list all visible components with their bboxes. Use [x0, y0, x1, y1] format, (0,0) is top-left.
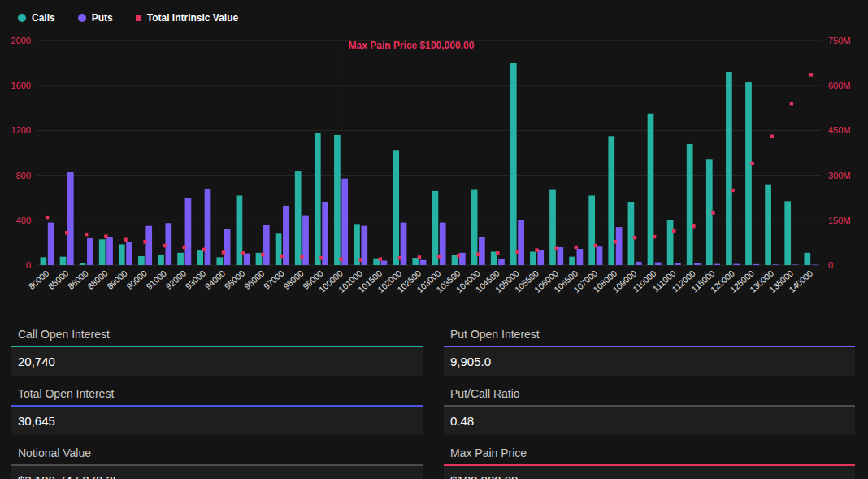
stat-total-open-interest: Total Open Interest30,645: [11, 381, 423, 435]
calls-legend-dot-icon: [18, 14, 26, 22]
puts-bar: [773, 264, 779, 265]
intrinsic-dot: [300, 255, 303, 259]
x-axis-label: 93000: [183, 268, 207, 291]
calls-bar: [216, 257, 223, 265]
intrinsic-dot: [280, 255, 284, 258]
x-axis-label: 95000: [223, 268, 247, 291]
calls-bar: [510, 63, 517, 265]
intrinsic-dot: [124, 238, 127, 242]
calls-bar: [530, 251, 536, 265]
max-pain-chart[interactable]: 04008001200160020000150M300M450M600M750M…: [0, 29, 868, 316]
intrinsic-dot: [535, 248, 538, 251]
puts-bar: [655, 263, 662, 265]
x-axis-label: 90000: [124, 268, 149, 291]
stat-value-call-open-interest: 20,740: [11, 347, 423, 376]
calls-bar: [315, 133, 321, 265]
intrinsic-dot: [711, 211, 714, 214]
stats-grid: Call Open Interest20,740Put Open Interes…: [0, 316, 868, 479]
intrinsic-dot: [143, 240, 146, 243]
intrinsic-legend-square-icon: [136, 15, 141, 21]
y-axis-left-tick: 1600: [11, 81, 31, 90]
intrinsic-dot: [633, 236, 636, 239]
stat-call-open-interest: Call Open Interest20,740: [11, 322, 423, 376]
puts-bar: [322, 202, 328, 265]
intrinsic-dots-layer: [46, 73, 813, 261]
puts-bar: [498, 259, 505, 265]
legend-label-calls: Calls: [32, 12, 55, 24]
calls-bar: [99, 239, 106, 265]
calls-bar: [177, 253, 184, 265]
calls-bar: [138, 256, 145, 265]
intrinsic-dot: [653, 235, 656, 238]
intrinsic-dot: [809, 73, 813, 76]
calls-bar: [334, 135, 341, 265]
x-axis-label: 88000: [85, 268, 110, 291]
puts-bar: [675, 263, 681, 265]
calls-bar: [158, 255, 164, 265]
calls-bar: [648, 114, 654, 265]
puts-bar: [616, 227, 623, 265]
x-axis-label: 94000: [203, 268, 228, 291]
intrinsic-dot: [476, 253, 480, 256]
intrinsic-dot: [202, 248, 206, 251]
chart-legend: Calls Puts Total Intrinsic Value: [0, 0, 868, 29]
y-axis-left-tick: 2000: [11, 36, 31, 46]
puts-bar: [577, 249, 584, 265]
intrinsic-dot: [183, 246, 186, 249]
stat-label-call-open-interest: Call Open Interest: [11, 322, 423, 347]
intrinsic-dot: [104, 234, 107, 237]
puts-bar: [224, 229, 231, 265]
puts-bar: [537, 250, 544, 265]
puts-bar: [694, 263, 701, 265]
puts-bar: [733, 264, 740, 265]
intrinsic-dot: [222, 250, 225, 254]
y-axis-right: 0150M300M450M600M750M: [828, 36, 851, 270]
intrinsic-dot: [731, 189, 734, 192]
intrinsic-dot: [790, 102, 793, 105]
stat-label-put-open-interest: Put Open Interest: [444, 322, 855, 347]
calls-bar: [276, 233, 282, 265]
puts-bar: [440, 223, 446, 265]
stat-value-put-call-ratio: 0.48: [444, 407, 855, 435]
puts-bar: [341, 179, 348, 265]
calls-bar: [804, 253, 810, 265]
max-pain-label: Max Pain Price $100,000.00: [349, 40, 475, 51]
puts-bar: [126, 242, 132, 265]
stat-max-pain-price: Max Pain Price$100,000.00: [444, 441, 855, 479]
intrinsic-dot: [358, 258, 362, 261]
calls-bar: [628, 202, 635, 265]
intrinsic-dot: [496, 251, 499, 255]
x-axis-label: 92000: [163, 268, 188, 291]
y-axis-right-tick: 150M: [828, 216, 851, 225]
puts-bar: [48, 223, 54, 265]
stat-put-call-ratio: Put/Call Ratio0.48: [444, 381, 855, 435]
calls-bar: [41, 257, 47, 265]
puts-bar: [479, 237, 485, 266]
puts-bar: [518, 220, 524, 265]
intrinsic-dot: [65, 231, 68, 234]
intrinsic-dot: [379, 257, 382, 260]
calls-bar: [549, 190, 556, 265]
stat-notional-value: Notional Value$3,190,747,272.35: [11, 441, 423, 479]
puts-bar: [87, 238, 93, 265]
options-max-pain-dashboard: Calls Puts Total Intrinsic Value 0400800…: [0, 0, 868, 479]
puts-bar: [106, 237, 113, 266]
intrinsic-dot: [85, 233, 88, 236]
puts-bar: [263, 225, 270, 265]
legend-item-calls[interactable]: Calls: [18, 12, 55, 24]
intrinsic-dot: [575, 246, 578, 249]
max-pain-chart-canvas[interactable]: 04008001200160020000150M300M450M600M750M…: [0, 29, 868, 316]
legend-item-intrinsic[interactable]: Total Intrinsic Value: [136, 12, 238, 24]
stat-label-notional-value: Notional Value: [11, 441, 423, 466]
calls-bar: [119, 244, 125, 265]
intrinsic-dot: [594, 244, 597, 247]
legend-item-puts[interactable]: Puts: [78, 12, 113, 24]
y-axis-left-tick: 400: [16, 216, 31, 225]
intrinsic-dot: [614, 240, 617, 243]
x-axis-label: 97000: [262, 268, 286, 291]
y-axis-right-tick: 600M: [828, 81, 851, 90]
legend-label-puts: Puts: [92, 12, 113, 24]
x-axis-label: 85000: [46, 268, 71, 291]
intrinsic-dot: [750, 162, 753, 165]
intrinsic-dot: [319, 256, 323, 259]
